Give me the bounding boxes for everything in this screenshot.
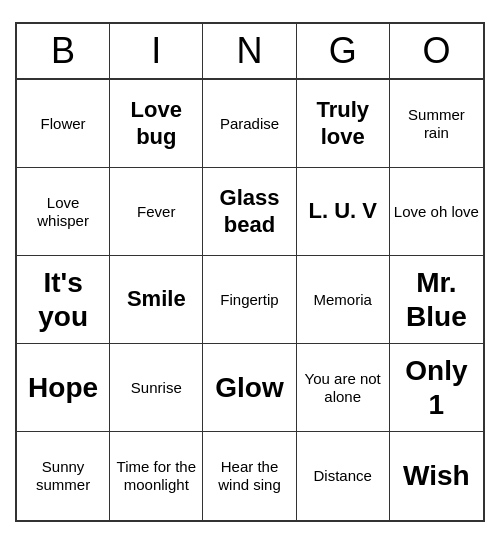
- header-letter: O: [390, 24, 483, 78]
- bingo-header: BINGO: [17, 24, 483, 80]
- bingo-cell: Glass bead: [203, 168, 296, 256]
- bingo-cell: Love whisper: [17, 168, 110, 256]
- bingo-cell: Hear the wind sing: [203, 432, 296, 520]
- bingo-cell: Sunrise: [110, 344, 203, 432]
- bingo-cell: Hope: [17, 344, 110, 432]
- bingo-cell: Truly love: [297, 80, 390, 168]
- bingo-cell: Memoria: [297, 256, 390, 344]
- bingo-card: BINGO FlowerLove bugParadiseTruly loveSu…: [15, 22, 485, 522]
- bingo-cell: Glow: [203, 344, 296, 432]
- bingo-cell: It's you: [17, 256, 110, 344]
- bingo-cell: Flower: [17, 80, 110, 168]
- bingo-cell: You are not alone: [297, 344, 390, 432]
- bingo-cell: Fever: [110, 168, 203, 256]
- bingo-grid: FlowerLove bugParadiseTruly loveSummer r…: [17, 80, 483, 520]
- bingo-cell: Love bug: [110, 80, 203, 168]
- bingo-cell: Time for the moonlight: [110, 432, 203, 520]
- bingo-cell: Mr. Blue: [390, 256, 483, 344]
- bingo-cell: Distance: [297, 432, 390, 520]
- header-letter: I: [110, 24, 203, 78]
- bingo-cell: Sunny summer: [17, 432, 110, 520]
- header-letter: B: [17, 24, 110, 78]
- bingo-cell: Wish: [390, 432, 483, 520]
- bingo-cell: Only 1: [390, 344, 483, 432]
- header-letter: G: [297, 24, 390, 78]
- header-letter: N: [203, 24, 296, 78]
- bingo-cell: Love oh love: [390, 168, 483, 256]
- bingo-cell: Smile: [110, 256, 203, 344]
- bingo-cell: L. U. V: [297, 168, 390, 256]
- bingo-cell: Paradise: [203, 80, 296, 168]
- bingo-cell: Fingertip: [203, 256, 296, 344]
- bingo-cell: Summer rain: [390, 80, 483, 168]
